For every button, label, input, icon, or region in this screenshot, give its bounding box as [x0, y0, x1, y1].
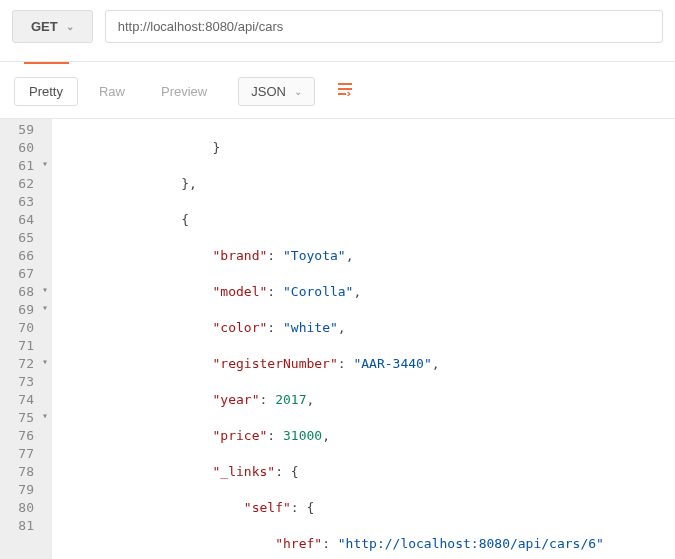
chevron-down-icon: ⌄ — [66, 21, 74, 32]
line-gutter: 596061 626364 656667 686970 717273 74757… — [0, 119, 38, 559]
tab-preview[interactable]: Preview — [146, 77, 222, 106]
url-input[interactable] — [105, 10, 663, 43]
line-wrap-icon[interactable] — [329, 76, 363, 106]
format-select[interactable]: JSON ⌄ — [238, 77, 315, 106]
fold-marker[interactable]: ▾ — [38, 155, 52, 173]
fold-marker[interactable]: ▾ — [38, 281, 52, 299]
divider — [0, 61, 675, 62]
chevron-down-icon: ⌄ — [294, 86, 302, 97]
tab-pretty[interactable]: Pretty — [14, 77, 78, 106]
format-label: JSON — [251, 84, 286, 99]
fold-marker[interactable]: ▾ — [38, 407, 52, 425]
fold-marker[interactable]: ▾ — [38, 353, 52, 371]
response-body[interactable]: } }, { "brand": "Toyota", "model": "Coro… — [52, 119, 675, 559]
fold-gutter: ▾ ▾ ▾ ▾ ▾ — [38, 119, 52, 559]
http-method-label: GET — [31, 19, 58, 34]
http-method-select[interactable]: GET ⌄ — [12, 10, 93, 43]
tab-raw[interactable]: Raw — [84, 77, 140, 106]
fold-marker[interactable]: ▾ — [38, 299, 52, 317]
